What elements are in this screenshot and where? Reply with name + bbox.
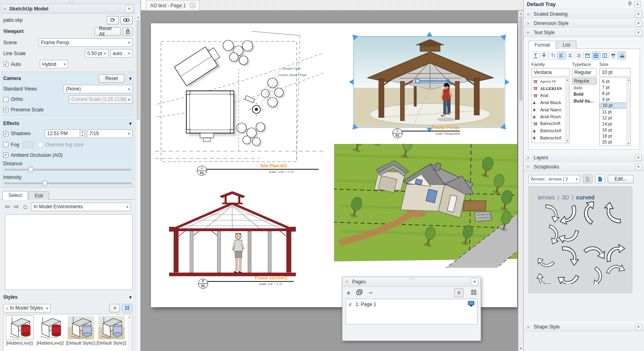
close-section-button[interactable]: × bbox=[635, 20, 642, 27]
pages-list-view-button[interactable]: ≡ bbox=[454, 288, 464, 297]
typeface-item[interactable]: Italic bbox=[572, 84, 597, 91]
font-family-item[interactable]: TTAgency FB bbox=[532, 78, 566, 85]
styles-grid-view-button[interactable] bbox=[122, 304, 132, 312]
collapse-chevron-icon[interactable]: › bbox=[525, 165, 531, 169]
site-plan-viewport[interactable]: Lounger Chair Custom Stone Firepit bbox=[155, 31, 324, 169]
resize-handle-icon[interactable] bbox=[505, 79, 510, 85]
delete-page-button[interactable]: − bbox=[369, 289, 373, 296]
fog-color-swatch[interactable] bbox=[23, 141, 34, 148]
scroll-down-icon[interactable]: ▼ bbox=[566, 140, 569, 142]
scrollbar-thumb[interactable] bbox=[136, 20, 140, 120]
size-item[interactable]: 14 pt bbox=[600, 121, 627, 127]
align-center-button[interactable] bbox=[566, 51, 574, 60]
gazebo-viewport-selected[interactable] bbox=[353, 36, 505, 128]
font-family-item[interactable]: TTBahnschrift bbox=[532, 120, 566, 127]
collapse-chevron-icon[interactable]: › bbox=[344, 280, 350, 284]
scrapbook-preview[interactable]: arrows|3D|curved bbox=[528, 187, 632, 293]
relink-model-button[interactable] bbox=[120, 16, 132, 25]
duplicate-page-button[interactable] bbox=[356, 289, 363, 297]
styles-list-view-button[interactable]: ≡ bbox=[109, 304, 120, 312]
scrapbook-collection-dropdown[interactable]: Arrows : arrows | 3 ▾ bbox=[528, 175, 580, 183]
home-icon[interactable]: ⌂ bbox=[23, 203, 27, 211]
standard-views-dropdown[interactable]: (None) ▾ bbox=[64, 85, 132, 93]
typeface-input[interactable] bbox=[572, 68, 597, 76]
typeface-list[interactable]: Regular Italic Bold Bold Ita... bbox=[572, 78, 597, 143]
ambient-occlusion-checkbox[interactable]: ✓ bbox=[3, 152, 8, 158]
font-family-item[interactable]: aArial Narro bbox=[532, 106, 566, 113]
thumbnail-scrollbar[interactable]: ▲ bbox=[128, 315, 132, 351]
document-tab[interactable]: AO test - Page 1 × bbox=[146, 0, 200, 10]
collapse-triangle-icon[interactable]: ▼ bbox=[128, 121, 132, 126]
font-family-item[interactable]: aArial Roun bbox=[532, 113, 566, 121]
presentation-toggle[interactable] bbox=[468, 301, 475, 308]
drag-grip-icon[interactable] bbox=[409, 277, 415, 279]
close-section-button[interactable]: × bbox=[635, 164, 642, 170]
move-handle-dot[interactable] bbox=[446, 79, 450, 82]
sketchup-model-panel-header[interactable]: › SketchUp Model × bbox=[1, 4, 135, 14]
tab-list[interactable]: List bbox=[557, 41, 576, 49]
document-scrollbar[interactable]: ▲ ▼ bbox=[518, 11, 523, 351]
align-left-button[interactable] bbox=[557, 51, 566, 60]
expand-chevron-icon[interactable]: › bbox=[526, 324, 530, 330]
size-item[interactable]: 12 pt bbox=[600, 115, 627, 121]
anchor-top-button[interactable] bbox=[583, 51, 591, 60]
shadow-date-dropdown[interactable]: 7/15 ▾ bbox=[87, 129, 132, 138]
slider-thumb[interactable] bbox=[42, 181, 47, 186]
frame-section-callout[interactable]: Frame section1 scale: 1/4" = 1'-0" B 01 bbox=[201, 275, 294, 286]
scrollbar-thumb[interactable] bbox=[519, 16, 522, 101]
size-list-scrollbar[interactable]: ▲▼ bbox=[626, 78, 630, 146]
scrapbook-edit-button[interactable]: Edit... bbox=[608, 175, 634, 183]
drag-grip-icon[interactable] bbox=[68, 1, 74, 4]
font-family-item[interactable]: TTALGERIAN bbox=[532, 85, 566, 92]
size-item[interactable]: 7 pt bbox=[600, 84, 627, 90]
line-scale-dropdown[interactable]: 0.50 pt ▾ bbox=[85, 49, 108, 57]
section-dimension-style[interactable]: › Dimension Style × bbox=[524, 18, 644, 28]
style-item[interactable]: [HiddenLine]2 bbox=[35, 315, 66, 351]
strikethrough-button[interactable] bbox=[540, 51, 548, 60]
pin-tray-button[interactable] bbox=[627, 1, 632, 8]
expand-chevron-icon[interactable]: › bbox=[526, 11, 530, 17]
lock-button[interactable] bbox=[123, 27, 132, 36]
slider-thumb[interactable] bbox=[28, 167, 33, 172]
section-shape-style[interactable]: › Shape Style × bbox=[524, 322, 644, 331]
tab-select[interactable]: Select bbox=[2, 191, 28, 200]
font-family-item[interactable]: aBahnschrif bbox=[532, 134, 566, 142]
refresh-model-button[interactable]: ⟳ bbox=[107, 16, 119, 25]
scrapbook-page-prev-button[interactable] bbox=[583, 174, 592, 183]
spin-up-icon[interactable]: ▲ bbox=[80, 130, 85, 134]
align-right-button[interactable] bbox=[575, 51, 583, 60]
typeface-item[interactable]: Regular bbox=[572, 78, 597, 84]
close-tab-icon[interactable]: × bbox=[190, 3, 195, 8]
annotation-lounger-chair[interactable]: Lounger Chair bbox=[281, 67, 301, 70]
collapse-chevron-icon[interactable]: › bbox=[2, 7, 8, 11]
nav-link-3d[interactable]: 3D bbox=[562, 194, 569, 201]
scroll-down-icon[interactable]: ▼ bbox=[518, 346, 523, 351]
anchor-center-button[interactable] bbox=[592, 51, 600, 60]
section-layers[interactable]: › Layers × bbox=[524, 153, 644, 162]
size-item[interactable]: 6 pt bbox=[600, 78, 627, 84]
resize-handle-icon[interactable] bbox=[427, 32, 432, 36]
size-input[interactable] bbox=[599, 68, 631, 76]
house-aerial-viewport[interactable] bbox=[334, 144, 517, 268]
styles-source-dropdown[interactable]: ⌂ In Model Styles ▾ bbox=[3, 304, 51, 312]
scroll-down-icon[interactable]: ▼ bbox=[627, 142, 630, 145]
time-spinner[interactable]: ▲▼ bbox=[80, 129, 85, 138]
reset-all-button[interactable]: Reset All bbox=[95, 27, 121, 36]
override-fog-checkbox[interactable] bbox=[38, 142, 43, 147]
size-item-selected[interactable]: 10 pt bbox=[600, 103, 627, 109]
back-arrow-icon[interactable]: ⇦ bbox=[5, 203, 10, 210]
size-item[interactable]: 20 pt bbox=[600, 139, 627, 145]
font-family-item[interactable]: aArial Black bbox=[532, 99, 566, 107]
style-item[interactable]: [Default Style]2 bbox=[96, 315, 127, 351]
size-item[interactable]: 18 pt bbox=[600, 133, 627, 139]
curved-arrows-gallery[interactable] bbox=[535, 201, 628, 284]
scroll-up-icon[interactable]: ▲ bbox=[518, 11, 523, 16]
section-text-style[interactable]: › Text Style × bbox=[524, 28, 644, 37]
family-input[interactable] bbox=[531, 68, 570, 76]
ortho-checkbox[interactable] bbox=[3, 97, 8, 102]
close-tray-button[interactable]: × bbox=[634, 1, 641, 8]
text-cursor-button[interactable] bbox=[549, 51, 557, 60]
family-list-scrollbar[interactable]: ▲▼ bbox=[565, 78, 569, 143]
typeface-item[interactable]: Bold Ita... bbox=[572, 98, 597, 105]
frame-section-viewport[interactable] bbox=[169, 191, 296, 279]
